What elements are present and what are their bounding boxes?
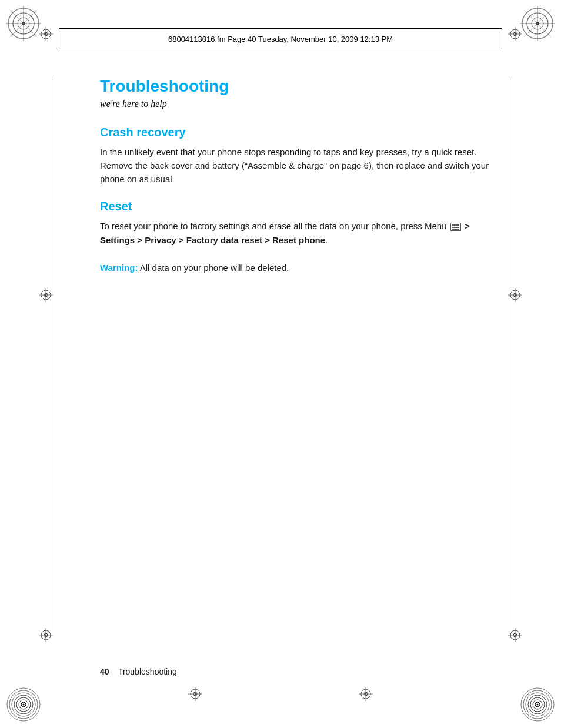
content-area: Troubleshooting we're here to help Crash… (100, 76, 490, 288)
section-title-crash-recovery: Crash recovery (100, 126, 490, 139)
reset-steps: > Settings > Privacy > Factory data rese… (100, 221, 470, 244)
main-title: Troubleshooting (100, 76, 490, 96)
crash-recovery-body: In the unlikely event that your phone st… (100, 145, 490, 186)
corner-mark-br (520, 687, 555, 722)
mark-right-bot (508, 628, 522, 642)
corner-mark-tr (520, 6, 555, 41)
reset-body: To reset your phone to factory settings … (100, 219, 490, 247)
footer: 40 Troubleshooting (100, 667, 177, 676)
corner-mark-tl (6, 6, 41, 41)
warning-body: All data on your phone will be deleted. (140, 263, 289, 273)
footer-label: Troubleshooting (118, 667, 177, 676)
svg-point-31 (537, 704, 539, 706)
mark-right-top (508, 27, 522, 41)
mark-bot-right (359, 687, 373, 701)
mark-right-mid (508, 288, 522, 302)
mark-bot-left (188, 687, 202, 701)
left-border-line (52, 76, 52, 635)
header-bar: 68004113016.fm Page 40 Tuesday, November… (59, 28, 502, 49)
mark-left-mid (39, 288, 53, 302)
page: 68004113016.fm Page 40 Tuesday, November… (0, 0, 561, 728)
header-text: 68004113016.fm Page 40 Tuesday, November… (168, 35, 393, 43)
warning-label: Warning: (100, 263, 138, 273)
footer-page-number: 40 (100, 667, 109, 676)
svg-point-23 (23, 704, 25, 706)
right-border-line (509, 76, 509, 635)
subtitle: we're here to help (100, 99, 490, 109)
section-title-reset: Reset (100, 200, 490, 213)
mark-left-top (39, 27, 53, 41)
menu-icon (450, 223, 461, 231)
warning-text: Warning: All data on your phone will be … (100, 261, 490, 274)
corner-mark-bl (6, 687, 41, 722)
mark-left-bot (39, 628, 53, 642)
